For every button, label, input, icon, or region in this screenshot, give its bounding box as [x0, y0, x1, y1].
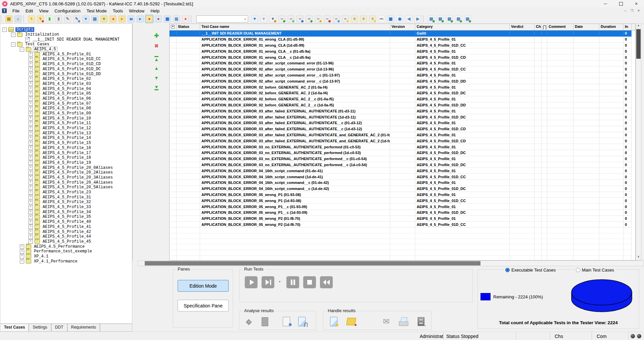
new-result-icon[interactable]: ★ — [328, 316, 339, 327]
table-row[interactable]: APPLICATION_BLOCK_ERROR_04_16th_script_c… — [170, 180, 632, 186]
table-row[interactable]: APPLICATION_BLOCK_ERROR_01_wrong_CLA__c … — [170, 48, 632, 54]
move-up-button[interactable]: ▲ — [152, 64, 161, 72]
tree-expander[interactable]: + — [29, 185, 33, 190]
table-row[interactable]: APPLICATION_BLOCK_ERROR_02_after_script_… — [170, 72, 632, 79]
tree-expander[interactable]: + — [29, 205, 33, 209]
tree-item-aeips-4-5-profile-11[interactable]: +AEIPS_4_5_Profile_11 — [0, 121, 132, 126]
tree-expander[interactable]: + — [20, 244, 24, 249]
archive-results-icon[interactable]: → — [415, 316, 427, 327]
tree-expander[interactable]: + — [29, 87, 33, 91]
tree-expander[interactable]: + — [29, 190, 33, 195]
remove-test-button[interactable]: ✖ — [152, 42, 161, 50]
sync-folder-icon[interactable]: ▸ — [118, 15, 126, 23]
edit-lightning-icon[interactable]: ϟ — [36, 15, 45, 23]
table-row[interactable]: APPLICATION_BLOCK_ERROR_03_after_failed_… — [170, 126, 632, 132]
tree-expander[interactable]: + — [29, 239, 33, 244]
tree-expander[interactable]: + — [29, 230, 33, 234]
export-folder-icon[interactable]: ▾ — [100, 15, 108, 23]
tree-item-aeips-4-5-profile-08[interactable]: +AEIPS_4_5_Profile_08 — [0, 106, 132, 111]
mdi-restore-button[interactable]: ❐ — [629, 8, 635, 13]
tree-expander[interactable]: + — [29, 116, 33, 120]
rewind-button[interactable] — [320, 276, 333, 288]
table-row[interactable]: APPLICATION_BLOCK_ERROR_05_wrong_P2 (01-… — [170, 216, 632, 222]
table-row[interactable]: APPLICATION_BLOCK_ERROR_05_wrong_P1__c (… — [170, 210, 632, 216]
nav-back-icon[interactable]: ◀ — [405, 15, 413, 23]
tree-expander[interactable]: + — [29, 146, 33, 150]
tree-item-aeips-4-5-profile-20-2aliases[interactable]: +AEIPS_4_5_Profile_20_2Aliases — [0, 170, 132, 175]
horizontal-scrollbar[interactable] — [138, 260, 644, 266]
filter-clear-icon[interactable]: ▼ — [260, 15, 268, 23]
maximize-button[interactable] — [613, 0, 629, 7]
card-removed-icon[interactable]: ▮ — [54, 15, 63, 23]
tree-expander[interactable]: + — [29, 106, 33, 111]
find-icon[interactable]: ●● — [278, 15, 286, 23]
tree-expander[interactable]: + — [29, 165, 33, 170]
column-header-verdict[interactable]: Verdict — [510, 24, 535, 30]
generate-report-icon[interactable]: ✱ — [281, 316, 292, 327]
tree-expander[interactable]: + — [20, 254, 24, 258]
tree-expander[interactable]: + — [29, 160, 33, 165]
find-failed-icon[interactable]: ●● — [314, 15, 322, 23]
column-header-comment[interactable]: Comment — [547, 24, 573, 30]
alert-drop-icon[interactable]: ● — [181, 15, 190, 23]
tree-expander[interactable]: − — [20, 47, 24, 52]
tree-item-aeips-4-5-profile-41[interactable]: +AEIPS_4_5_Profile_41 — [0, 225, 132, 230]
table-row[interactable]: APPLICATION_BLOCK_ERROR_05_wrong_P2 (1d-… — [170, 222, 632, 228]
quick-filter-combobox[interactable]: ∨ — [196, 15, 248, 22]
tree-item-aeips-4-5-profile-23[interactable]: +AEIPS_4_5_Profile_23 — [0, 190, 132, 195]
tree-item-aeips-4-5-profile-13[interactable]: +AEIPS_4_5_Profile_13 — [0, 131, 132, 136]
scroll-up-arrow[interactable]: ▲ — [636, 24, 641, 29]
tree-expander[interactable]: + — [29, 210, 33, 214]
column-header-clip[interactable] — [542, 24, 547, 30]
tree-item-aeips-4-5-profile-03[interactable]: +AEIPS_4_5_Profile_03 — [0, 82, 132, 87]
tree-item-aeips-4-5-profile-45[interactable]: +AEIPS_4_5_Profile_45 — [0, 239, 132, 244]
save-testsuite-icon[interactable]: ⌂ — [14, 15, 22, 23]
pause-view-icon[interactable]: ▮▮ — [127, 15, 135, 23]
filter-edit-icon[interactable]: ▼ — [269, 15, 277, 23]
list-mid-icon[interactable]: ≡ — [359, 15, 368, 23]
tab-requirements[interactable]: Requirements — [67, 324, 100, 331]
tree-expander[interactable]: + — [29, 57, 33, 61]
attach-report-icon[interactable] — [296, 316, 308, 327]
menu-edit[interactable]: Edit — [22, 8, 36, 14]
table-row[interactable]: APPLICATION_BLOCK_ERROR_03_after_failed_… — [170, 114, 632, 120]
list-last-icon[interactable]: ≡ — [368, 15, 377, 23]
column-header-ch[interactable]: Ch — [535, 24, 542, 30]
tree-expander[interactable]: + — [29, 111, 33, 116]
column-header-name[interactable]: Test Case name — [200, 24, 390, 30]
table-row[interactable]: APPLICATION_BLOCK_ERROR_01_wrong_CLA (01… — [170, 37, 632, 43]
tree-expander[interactable]: + — [29, 195, 33, 199]
print-report-2-icon[interactable]: ▤ — [436, 15, 445, 23]
record-folder-icon[interactable]: ● — [145, 15, 153, 23]
table-row[interactable]: APPLICATION_BLOCK_ERROR_02_before_GENERA… — [170, 96, 632, 102]
tree-expander[interactable]: + — [29, 220, 33, 224]
tree-item-aeips-4-5-profile-18[interactable]: +AEIPS_4_5_Profile_18 — [0, 155, 132, 160]
tree-expander[interactable]: + — [20, 249, 24, 254]
menu-configuration[interactable]: Configuration — [51, 8, 83, 14]
menu-help[interactable]: Help — [147, 8, 163, 14]
specification-pane-button[interactable]: Specification Pane — [178, 300, 229, 311]
tree-item-aeips-4-5-performance[interactable]: +AEIPS_4.5_Performance — [0, 244, 132, 249]
tree-expander[interactable]: + — [29, 67, 33, 71]
tab-settings[interactable]: Settings — [29, 324, 51, 331]
print-report-4-icon[interactable]: ▤ — [454, 15, 463, 23]
copy-script-icon[interactable]: ▤ — [91, 15, 99, 23]
table-row[interactable]: APPLICATION_BLOCK_ERROR_01_wrong_CLA (1d… — [170, 43, 632, 49]
list-first-icon[interactable]: ≡ — [350, 15, 359, 23]
edit-result-icon[interactable] — [363, 316, 374, 327]
tree-item-aeips-4-5-profile-01d-dc[interactable]: +AEIPS_4_5_Profile_01D_DC — [0, 67, 132, 72]
table-row[interactable]: APPLICATION_BLOCK_ERROR_02_before_GENERA… — [170, 84, 632, 90]
menu-window[interactable]: Window — [126, 8, 147, 14]
find-next-icon[interactable]: ●● — [287, 15, 295, 23]
tree-item-aeips-4-5-profile-32[interactable]: +AEIPS_4_5_Profile_32 — [0, 200, 132, 205]
table-row[interactable]: __1__INIT SDI READER DUAL MANAGEMENTGali… — [170, 31, 632, 37]
vertical-scroll-thumb[interactable] — [636, 29, 641, 59]
column-header-version[interactable]: Version — [390, 24, 415, 30]
tree-item-xp-4-1[interactable]: +XP_4.1 — [0, 254, 132, 259]
expand-all-icon[interactable]: + — [171, 25, 175, 29]
tree-expander[interactable]: + — [29, 72, 33, 76]
validate-results-icon[interactable]: ◆✓ — [243, 316, 255, 327]
tree-item-aeips-4-5-profile-01[interactable]: +AEIPS_4_5_Profile_01 — [0, 52, 132, 57]
table-row[interactable]: APPLICATION_BLOCK_ERROR_03_no_EXTERNAL_A… — [170, 156, 632, 162]
close-button[interactable]: ✕ — [629, 0, 644, 7]
